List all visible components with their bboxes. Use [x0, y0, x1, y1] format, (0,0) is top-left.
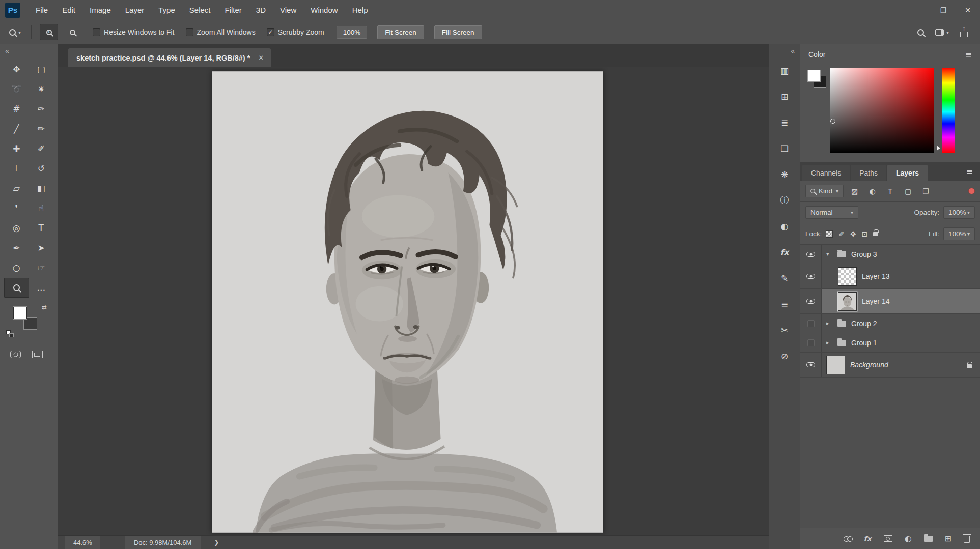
tab-channels[interactable]: Channels: [802, 165, 850, 181]
layer-row-layer-13[interactable]: Layer 13: [800, 264, 980, 289]
panel-menu-icon[interactable]: ≡: [966, 167, 980, 177]
menu-window[interactable]: Window: [303, 0, 345, 20]
layer-row-layer-14[interactable]: Layer 14: [800, 289, 980, 314]
workspace-switcher[interactable]: ▾: [935, 29, 949, 36]
blur-tool[interactable]: ❜: [4, 198, 29, 218]
eye-icon[interactable]: [806, 252, 815, 257]
color-panel-title[interactable]: Color: [808, 50, 825, 59]
search-icon[interactable]: [917, 29, 924, 36]
pen-tool[interactable]: ✒: [4, 238, 29, 258]
delete-layer-button[interactable]: [964, 534, 970, 543]
status-options-chevron[interactable]: ❯: [214, 539, 219, 546]
filter-type-layers-icon[interactable]: T: [883, 185, 897, 197]
zoom-tool[interactable]: [4, 278, 29, 298]
more-tools-button[interactable]: …: [29, 278, 54, 298]
filter-smart-objects-icon[interactable]: ❐: [919, 185, 933, 197]
swatches-panel-icon[interactable]: ⊞: [769, 83, 800, 109]
visibility-cell[interactable]: [800, 314, 822, 333]
zoom-out-button[interactable]: −: [63, 24, 81, 40]
eye-icon[interactable]: [806, 274, 815, 279]
brush-tool[interactable]: ╱: [4, 119, 29, 139]
filter-pixel-layers-icon[interactable]: ▨: [848, 185, 861, 197]
menu-type[interactable]: Type: [151, 0, 182, 20]
blend-mode-select[interactable]: Normal ▾: [805, 206, 858, 219]
new-adjustment-layer-button[interactable]: ◐: [905, 534, 912, 543]
minimize-button[interactable]: —: [907, 0, 931, 20]
layer-thumbnail[interactable]: [826, 356, 845, 374]
checkbox-box[interactable]: [186, 28, 193, 36]
kind-filter-dropdown[interactable]: Kind ▾: [805, 185, 844, 197]
menu-view[interactable]: View: [273, 0, 303, 20]
document-tab[interactable]: sketch practice.psd @ 44.6% (Layer 14, R…: [68, 48, 271, 67]
visibility-cell[interactable]: [800, 289, 822, 313]
chevron-down-icon[interactable]: ▾: [826, 251, 832, 257]
paint-bucket-tool[interactable]: ◧: [29, 179, 54, 198]
opacity-select[interactable]: 100% ▾: [943, 206, 975, 219]
info-panel-icon[interactable]: ⓘ: [769, 187, 800, 213]
pencil-tool[interactable]: ✏: [29, 119, 54, 139]
scrubby-zoom-checkbox[interactable]: ✓ Scrubby Zoom: [267, 28, 324, 36]
hand-tool[interactable]: ☞: [29, 258, 54, 278]
hue-slider-marker[interactable]: [937, 146, 940, 151]
lock-transparent-pixels-icon[interactable]: [826, 230, 833, 238]
visibility-cell[interactable]: [800, 264, 822, 288]
rectangular-marquee-tool[interactable]: ▢: [29, 60, 54, 79]
foreground-color-swatch[interactable]: [807, 70, 821, 82]
zoom-in-button[interactable]: +: [40, 24, 58, 40]
close-button[interactable]: ✕: [956, 0, 980, 20]
clone-source-panel-icon[interactable]: ≡: [769, 291, 800, 317]
panel-menu-icon[interactable]: ≡: [965, 50, 972, 60]
menu-help[interactable]: Help: [345, 0, 375, 20]
brush-settings-panel-icon[interactable]: ✎: [769, 265, 800, 291]
link-layers-button[interactable]: [844, 536, 852, 541]
quick-selection-tool[interactable]: ✷: [29, 79, 54, 99]
lock-artboard-icon[interactable]: ⊡: [862, 230, 868, 238]
hue-slider[interactable]: [942, 68, 955, 153]
layer-row-group-2[interactable]: ▸ Group 2: [800, 314, 980, 333]
type-tool[interactable]: T: [29, 218, 54, 238]
color-picker-dot[interactable]: [830, 119, 835, 124]
tab-paths[interactable]: Paths: [851, 165, 886, 181]
effects-panel-icon[interactable]: fx: [769, 239, 800, 265]
chevron-right-icon[interactable]: ▸: [826, 339, 832, 346]
menu-filter[interactable]: Filter: [218, 0, 249, 20]
path-selection-tool[interactable]: ➤: [29, 238, 54, 258]
crop-tool[interactable]: #: [4, 99, 29, 119]
visibility-cell[interactable]: [800, 353, 822, 377]
menu-image[interactable]: Image: [82, 0, 118, 20]
notes-panel-icon[interactable]: ✂: [769, 317, 800, 343]
lock-image-pixels-icon[interactable]: ✐: [838, 230, 845, 238]
checkbox-box[interactable]: [93, 28, 100, 36]
new-group-button[interactable]: [924, 536, 933, 542]
layer-thumbnail[interactable]: [838, 267, 857, 286]
quick-mask-button[interactable]: [10, 351, 21, 358]
eraser-tool[interactable]: ▱: [4, 179, 29, 198]
chevron-right-icon[interactable]: ▸: [826, 320, 832, 327]
styles-panel-icon[interactable]: ❋: [769, 161, 800, 187]
eyedropper-tool[interactable]: ✑: [29, 99, 54, 119]
screen-mode-button[interactable]: [32, 351, 43, 358]
patterns-panel-icon[interactable]: ❏: [769, 135, 800, 161]
menu-edit[interactable]: Edit: [55, 0, 82, 20]
ellipse-tool[interactable]: ○: [4, 258, 29, 278]
status-zoom-field[interactable]: 44.6%: [65, 536, 100, 549]
visibility-cell[interactable]: [800, 245, 822, 264]
layer-filter-toggle[interactable]: [968, 188, 975, 194]
current-tool-preset[interactable]: ▾: [7, 29, 23, 36]
eye-icon[interactable]: [806, 362, 815, 367]
layer-thumbnail[interactable]: [838, 292, 857, 311]
zoom-all-windows-checkbox[interactable]: Zoom All Windows: [186, 28, 256, 36]
saturation-brightness-picker[interactable]: [830, 68, 934, 153]
eye-hidden-icon[interactable]: [807, 339, 815, 346]
default-colors-icon[interactable]: [6, 330, 14, 337]
menu-layer[interactable]: Layer: [118, 0, 152, 20]
histogram-panel-icon[interactable]: ▥: [769, 57, 800, 83]
healing-brush-tool[interactable]: ✚: [4, 139, 29, 159]
smudge-tool[interactable]: ☝: [29, 198, 54, 218]
dock-collapse[interactable]: «: [769, 44, 800, 57]
swap-colors-icon[interactable]: ⇄: [42, 304, 47, 311]
lasso-tool[interactable]: ➰: [4, 79, 29, 99]
dodge-tool[interactable]: ◎: [4, 218, 29, 238]
move-tool[interactable]: ✥: [4, 60, 29, 79]
filter-adjustment-layers-icon[interactable]: ◐: [865, 185, 879, 197]
